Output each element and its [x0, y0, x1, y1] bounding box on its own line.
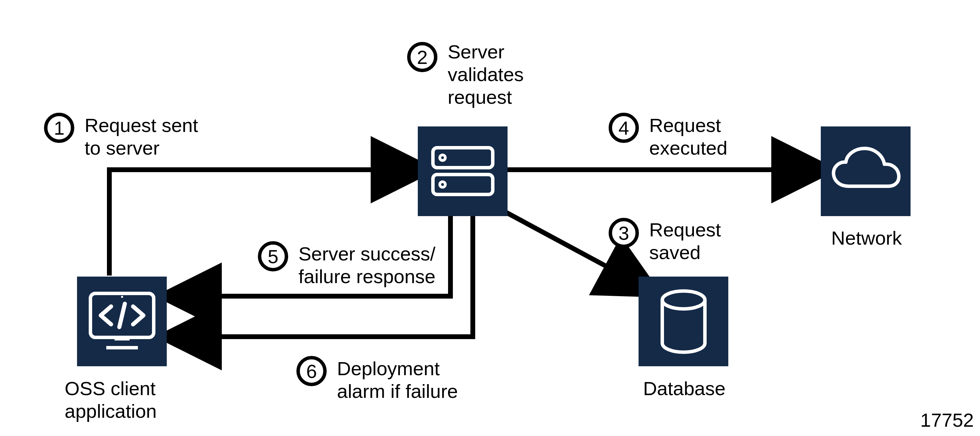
- step-2-badge: 2: [407, 42, 438, 72]
- step-2-label: Server validates request: [448, 41, 524, 109]
- diagram-id: 17752: [920, 409, 974, 431]
- node-network-label: Network: [815, 227, 918, 249]
- node-oss-client: [77, 277, 167, 366]
- svg-point-1: [121, 296, 123, 298]
- svg-point-8: [440, 182, 445, 187]
- step-4-label: Request executed: [649, 114, 727, 159]
- svg-point-9: [662, 291, 705, 309]
- svg-rect-7: [433, 174, 493, 195]
- step-6-label: Deployment alarm if failure: [337, 357, 458, 403]
- step-3-badge: 3: [609, 218, 639, 248]
- server-rack-icon: [427, 139, 499, 204]
- step-3-label: Request saved: [649, 219, 721, 264]
- svg-point-6: [440, 155, 445, 160]
- step-5-label: Server success/ failure response: [299, 243, 435, 288]
- cloud-icon: [828, 142, 904, 201]
- step-1-badge: 1: [44, 113, 74, 143]
- node-database-label: Database: [629, 377, 739, 400]
- node-oss-client-label: OSS client application: [65, 377, 188, 423]
- step-4-badge: 4: [609, 113, 639, 143]
- step-1-label: Request sent to server: [84, 114, 198, 159]
- diagram-canvas: OSS client application Database Network …: [0, 0, 980, 436]
- database-cylinder-icon: [653, 285, 714, 358]
- node-server: [418, 127, 508, 216]
- svg-line-4: [119, 304, 125, 327]
- node-network: [821, 127, 910, 216]
- step-6-badge: 6: [296, 356, 327, 386]
- node-database: [638, 277, 728, 366]
- step-5-badge: 5: [258, 241, 288, 271]
- code-monitor-icon: [84, 287, 160, 356]
- svg-rect-5: [433, 148, 493, 168]
